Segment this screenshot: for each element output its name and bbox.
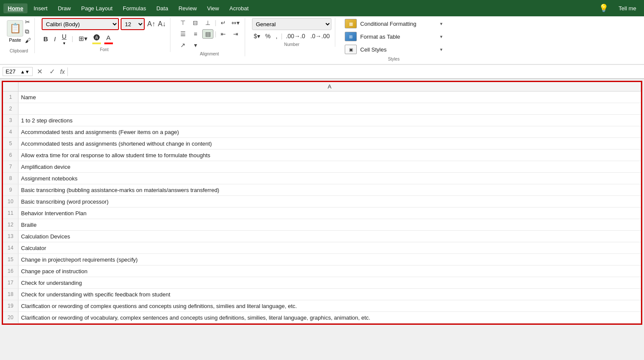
cell-a14[interactable]: Calculator xyxy=(18,242,641,253)
paste-group-label: Clipboard xyxy=(10,47,28,53)
orientation-button[interactable]: ↗ xyxy=(177,40,188,50)
menu-insert[interactable]: Insert xyxy=(29,3,52,13)
menu-review[interactable]: Review xyxy=(174,3,201,13)
cell-a6[interactable]: Allow extra time for oral response to al… xyxy=(18,149,641,161)
menu-home[interactable]: Home xyxy=(3,3,27,13)
cell-a3[interactable]: 1 to 2 step directions xyxy=(18,115,641,126)
table-row[interactable]: 31 to 2 step directions xyxy=(3,115,641,126)
table-row[interactable]: 11Behavior Intervention Plan xyxy=(3,207,641,219)
table-row[interactable]: 17Check for understanding xyxy=(3,277,641,289)
align-top-button[interactable]: ⊤ xyxy=(177,18,188,27)
orientation-arrow[interactable]: ▾ xyxy=(190,40,201,50)
font-size-select[interactable]: 12 xyxy=(121,18,145,30)
align-right-button[interactable]: ▤ xyxy=(202,29,213,39)
cell-a5[interactable]: Accommodated tests and assignments (shor… xyxy=(18,138,641,149)
table-row[interactable]: 2 xyxy=(3,103,641,115)
table-row[interactable]: 14Calculator xyxy=(3,242,641,254)
table-row[interactable]: 10Basic transcribing (word processor) xyxy=(3,196,641,207)
table-row[interactable]: 6Allow extra time for oral response to a… xyxy=(3,149,641,161)
align-center-button[interactable]: ≡ xyxy=(190,29,201,39)
table-row[interactable]: 19Clarification or rewording of complex … xyxy=(3,300,641,312)
table-row[interactable]: 13Calculation Devices xyxy=(3,231,641,242)
align-middle-button[interactable]: ⊟ xyxy=(190,18,201,27)
merge-button[interactable]: ⇔▾ xyxy=(230,18,241,27)
menu-draw[interactable]: Draw xyxy=(54,3,75,13)
table-row[interactable]: 4Accommodated tests and assignments (Few… xyxy=(3,126,641,138)
wrap-text-button[interactable]: ↵ xyxy=(218,18,229,27)
row-number: 3 xyxy=(3,115,18,126)
table-row[interactable]: 18Check for understanding with specific … xyxy=(3,289,641,300)
cell-a16[interactable]: Change pace of instruction xyxy=(18,265,641,277)
italic-button[interactable]: I xyxy=(52,34,58,43)
cell-a19[interactable]: Clarification or rewording of complex qu… xyxy=(18,300,641,311)
row-number: 19 xyxy=(3,300,18,311)
font-color-button[interactable]: A xyxy=(104,33,113,44)
row-number: 1 xyxy=(3,92,18,103)
cell-a7[interactable]: Amplification device xyxy=(18,161,641,172)
increase-decimal-button[interactable]: .0→.00 xyxy=(309,32,331,40)
tell-me[interactable]: Tell me xyxy=(614,3,641,13)
table-row[interactable]: 15Change in project/report requirements … xyxy=(3,254,641,265)
number-format-select[interactable]: General xyxy=(252,18,331,30)
styles-group-label: Styles xyxy=(388,55,399,61)
table-row[interactable]: 20Clarification or rewording of vocabula… xyxy=(3,312,641,323)
cell-a4[interactable]: Accommodated tests and assignments (Fewe… xyxy=(18,126,641,137)
menu-acrobat[interactable]: Acrobat xyxy=(225,3,253,13)
function-wizard-button[interactable]: fx xyxy=(60,68,65,75)
table-row[interactable]: 1Name xyxy=(3,92,641,103)
borders-button[interactable]: ⊞▾ xyxy=(77,34,89,43)
cut-button[interactable]: ✂ xyxy=(25,18,31,27)
align-left-button[interactable]: ☰ xyxy=(177,29,188,39)
menu-formulas[interactable]: Formulas xyxy=(118,3,150,13)
cell-a11[interactable]: Behavior Intervention Plan xyxy=(18,207,641,219)
paste-button[interactable]: 📋 Paste xyxy=(7,20,23,43)
cell-a10[interactable]: Basic transcribing (word processor) xyxy=(18,196,641,207)
indent-increase-button[interactable]: ⇥ xyxy=(230,29,241,39)
currency-button[interactable]: $▾ xyxy=(252,32,262,40)
cell-a17[interactable]: Check for understanding xyxy=(18,277,641,288)
cell-a18[interactable]: Check for understanding with specific fe… xyxy=(18,289,641,300)
conditional-formatting-button[interactable]: ▦ Conditional Formatting ▾ xyxy=(342,18,445,29)
cell-a1[interactable]: Name xyxy=(18,92,641,103)
format-as-table-button[interactable]: ⊞ Format as Table ▾ xyxy=(342,31,445,42)
cell-a12[interactable]: Braille xyxy=(18,219,641,230)
cell-a20[interactable]: Clarification or rewording of vocabulary… xyxy=(18,312,641,323)
percent-button[interactable]: % xyxy=(264,32,272,40)
cell-a15[interactable]: Change in project/report requirements (s… xyxy=(18,254,641,265)
table-row[interactable]: 5Accommodated tests and assignments (sho… xyxy=(3,138,641,149)
indent-decrease-button[interactable]: ⇤ xyxy=(218,29,229,39)
format-painter-button[interactable]: 🖌 xyxy=(25,37,31,45)
copy-button[interactable]: ⧉ xyxy=(25,27,31,36)
cancel-formula-button[interactable]: ✕ xyxy=(35,67,44,76)
row-number: 20 xyxy=(3,312,18,323)
cell-ref-dropdown-icon[interactable]: ▲▼ xyxy=(20,69,30,74)
underline-button[interactable]: U ▾ xyxy=(60,32,68,46)
cell-a13[interactable]: Calculation Devices xyxy=(18,231,641,242)
cell-a9[interactable]: Basic transcribing (bubbling assistance-… xyxy=(18,184,641,195)
cell-a2[interactable] xyxy=(18,103,641,114)
menu-page-layout[interactable]: Page Layout xyxy=(77,3,117,13)
align-bottom-button[interactable]: ⊥ xyxy=(202,18,213,27)
table-row[interactable]: 7Amplification device xyxy=(3,161,641,173)
comma-button[interactable]: , xyxy=(274,32,279,40)
decrease-font-size-button[interactable]: A↓ xyxy=(157,20,167,28)
font-family-select[interactable]: Calibri (Body) xyxy=(42,18,119,30)
menu-view[interactable]: View xyxy=(203,3,223,13)
bold-button[interactable]: B xyxy=(42,34,50,43)
cell-a8[interactable]: Assignment notebooks xyxy=(18,173,641,184)
table-row[interactable]: 16Change pace of instruction xyxy=(3,265,641,277)
row-number: 17 xyxy=(3,277,18,288)
increase-font-size-button[interactable]: A↑ xyxy=(146,20,156,28)
menu-data[interactable]: Data xyxy=(152,3,172,13)
font-group-label: Font xyxy=(100,46,109,52)
conditional-formatting-label: Conditional Formatting xyxy=(360,21,437,27)
row-number: 12 xyxy=(3,219,18,230)
fill-color-button[interactable]: 🅐 xyxy=(92,33,102,44)
table-row[interactable]: 9Basic transcribing (bubbling assistance… xyxy=(3,184,641,196)
table-row[interactable]: 8Assignment notebooks xyxy=(3,173,641,184)
decrease-decimal-button[interactable]: .00→.0 xyxy=(284,32,307,40)
table-row[interactable]: 12Braille xyxy=(3,219,641,231)
cell-reference-box[interactable]: E27 ▲▼ xyxy=(3,67,33,76)
accept-formula-button[interactable]: ✓ xyxy=(48,67,57,76)
cell-styles-button[interactable]: ▣ Cell Styles ▾ xyxy=(342,44,445,55)
